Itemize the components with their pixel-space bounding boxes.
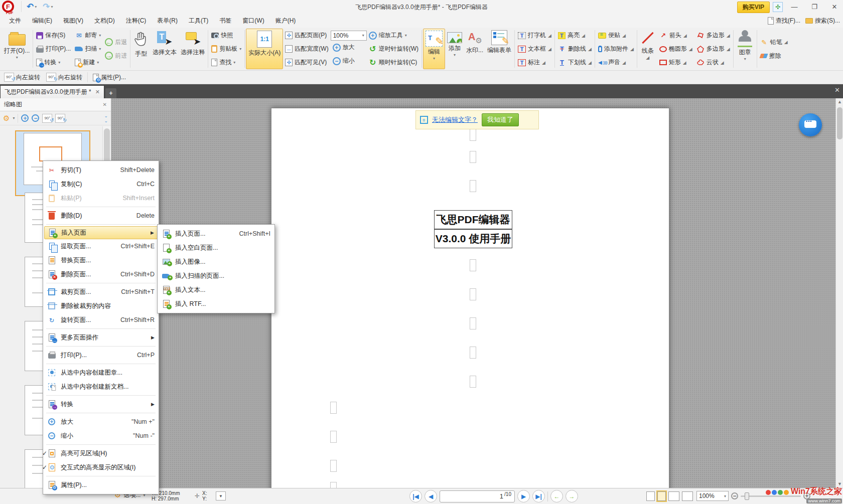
menu-item-rotate-pages[interactable]: ↻ 旋转页面...Ctrl+Shift+R	[43, 313, 159, 327]
menu-document[interactable]: 文档(D)	[89, 15, 120, 27]
menu-item-remove-cropped[interactable]: 删除被裁剪的内容	[43, 299, 159, 313]
edit-form-button[interactable]: 编辑表单	[485, 29, 513, 69]
back-button[interactable]: ←后退	[103, 36, 129, 49]
continuous-scroll-icon[interactable]	[657, 491, 666, 501]
scroll-up-icon[interactable]: ▲	[836, 98, 843, 106]
polygon-tool-button[interactable]: 多边形◢	[694, 43, 732, 56]
note-button[interactable]: 便贴◢	[596, 29, 636, 42]
submenu-item-insert-blank[interactable]: + 插入空白页面...	[158, 241, 274, 255]
rectangle-tool-button[interactable]: 矩形◢	[657, 56, 694, 69]
clipboard-button[interactable]: 剪贴板▾	[209, 43, 243, 56]
menu-item-copy[interactable]: 复制(C)Ctrl+C	[43, 177, 159, 191]
doc-title-line1[interactable]: 飞思PDF编辑器	[434, 210, 512, 229]
add-content-button[interactable]: + 添加 ▾	[445, 29, 464, 69]
zoom-in-button[interactable]: +放大	[331, 41, 367, 54]
rotate-cw-button[interactable]: ↻顺时针旋转(C)	[367, 56, 420, 69]
zoom-level-combobox[interactable]: 100%▾	[331, 31, 367, 41]
snapshot-button[interactable]: 快照	[209, 29, 243, 42]
next-page-button[interactable]: ▶	[517, 490, 530, 502]
single-page-icon[interactable]	[646, 491, 655, 501]
zoom-out-slider-icon[interactable]: −	[731, 492, 738, 499]
status-dropdown[interactable]: ▼	[216, 491, 226, 500]
new-button[interactable]: ✱新建▾	[73, 56, 103, 69]
rotate-ccw-button[interactable]: ↺逆时针旋转(W)	[367, 43, 420, 56]
menu-item-extract-pages[interactable]: 提取页面...Ctrl+Shift+E	[43, 239, 159, 253]
chat-support-icon[interactable]	[799, 113, 822, 136]
minimize-button[interactable]: —	[786, 1, 803, 13]
buy-vip-button[interactable]: 购买VIP	[737, 2, 770, 13]
two-page-scroll-icon[interactable]	[682, 491, 693, 501]
first-page-button[interactable]: |◀	[409, 490, 422, 502]
stamp-button[interactable]: 图章 ▾	[735, 29, 756, 69]
line-tool-button[interactable]: 线条 ◢	[638, 29, 657, 69]
menu-item-insert-pages[interactable]: + 插入页面▶	[44, 226, 158, 239]
ellipse-tool-button[interactable]: 椭圆形◢	[657, 43, 694, 56]
callout-button[interactable]: T标注◢	[516, 56, 553, 69]
document-scrollbar[interactable]: ▲ ▼	[835, 98, 843, 488]
attachment-button[interactable]: 添加附件◢	[596, 43, 636, 56]
typewriter-button[interactable]: T打字机◢	[516, 29, 553, 42]
zoom-percent-combobox[interactable]: 100%▾	[696, 491, 729, 501]
submenu-item-insert-text[interactable]: TXT+ 插入文本...	[158, 283, 274, 297]
hand-tool-button[interactable]: 手型	[131, 29, 151, 69]
menu-edit[interactable]: 编辑(E)	[27, 15, 57, 27]
open-button[interactable]: 打开(O)... ▾	[2, 29, 32, 69]
tabbar-close-icon[interactable]: ✕	[834, 86, 840, 94]
menu-item-highlight-visible[interactable]: ✓ 高亮可见区域(H)	[43, 446, 159, 460]
thumb-rotate-left-icon[interactable]: 90°	[42, 114, 52, 123]
rotate-left-button[interactable]: 90°向左旋转	[2, 71, 42, 84]
submenu-item-insert-image[interactable]: + 插入图像...	[158, 255, 274, 269]
underline-button[interactable]: T下划线◢	[556, 56, 594, 69]
prev-page-button[interactable]: ◀	[425, 490, 437, 502]
two-page-icon[interactable]	[668, 491, 679, 501]
zoom-out-button[interactable]: −缩小	[331, 55, 367, 68]
menu-item-replace-pages[interactable]: 替换页面...	[43, 253, 159, 267]
pdf-page[interactable]: 飞思PDF编辑器 V3.0.0 使用手册	[271, 108, 669, 488]
fit-page-button[interactable]: ✣匹配页面(P)	[283, 29, 330, 42]
find-button[interactable]: 查找(F)...	[768, 17, 800, 25]
scan-button[interactable]: 扫描▾	[73, 43, 103, 56]
menu-item-print[interactable]: 打印(P)...Ctrl+P	[43, 348, 159, 362]
close-button[interactable]: ✕	[826, 1, 843, 13]
menu-item-create-doc[interactable]: 从选中内容创建新文档...	[43, 380, 159, 394]
properties-button[interactable]: ⚙属性(P)...	[91, 71, 128, 84]
watermark-button[interactable]: A⚙ 水印...	[464, 29, 485, 69]
menu-item-interactive-highlight[interactable]: ✓ 交互式的高亮显示的区域(I)	[43, 460, 159, 474]
fit-width-button[interactable]: ↔匹配宽度(W)	[283, 43, 330, 56]
actual-size-button[interactable]: 1:1 实际大小(A)	[246, 29, 283, 69]
rotate-right-button[interactable]: 90°向右旋转	[44, 71, 84, 84]
doc-title-line2[interactable]: V3.0.0 使用手册	[434, 229, 512, 248]
menu-comment[interactable]: 注释(C)	[121, 15, 152, 27]
menu-tools[interactable]: 工具(T)	[184, 15, 213, 27]
polygon-line-tool-button[interactable]: 多边形◢	[694, 29, 732, 42]
document-tab[interactable]: 飞思PDF编辑器v3.0.0使用手册 * ✕	[0, 85, 104, 98]
got-it-button[interactable]: 我知道了	[482, 113, 519, 126]
cannot-edit-text-link[interactable]: 无法编辑文字？	[432, 115, 478, 124]
prev-view-button[interactable]: ←	[550, 490, 563, 502]
save-button[interactable]: 保存(S)	[34, 29, 73, 42]
submenu-item-insert-rtf[interactable]: + 插入 RTF...	[158, 297, 274, 311]
cloud-tool-button[interactable]: 云状◢	[694, 56, 732, 69]
thumb-zoom-in-icon[interactable]: +	[21, 114, 29, 122]
menu-item-properties[interactable]: ⚙ 属性(P)...	[43, 478, 159, 492]
submenu-item-insert-scanned[interactable]: + 插入扫描的页面...	[158, 269, 274, 283]
thumb-zoom-out-icon[interactable]: −	[32, 114, 39, 122]
page-number-input[interactable]: 1/10	[440, 490, 515, 502]
convert-button[interactable]: →转换▾	[34, 56, 73, 69]
select-text-button[interactable]: T➤ 选择文本	[151, 29, 179, 69]
menu-account[interactable]: 账户(H)	[270, 15, 301, 27]
menu-item-cut[interactable]: ✂ 剪切(T)Shift+Delete	[43, 163, 159, 177]
menu-item-more-page-ops[interactable]: … 更多页面操作▶	[43, 330, 159, 345]
menu-item-zoom-out[interactable]: − 缩小"Num -"	[43, 429, 159, 443]
highlight-button[interactable]: T高亮◢	[556, 29, 594, 42]
restore-button[interactable]: ❐	[806, 1, 823, 13]
edit-content-button[interactable]: 编辑 ▾	[423, 29, 445, 69]
fit-visible-button[interactable]: ✣匹配可见(V)	[283, 56, 330, 69]
print-button[interactable]: 打印(P)...	[34, 43, 73, 56]
fullscreen-icon[interactable]: ✣	[773, 2, 783, 12]
pencil-button[interactable]: ✎铅笔◢	[758, 36, 790, 49]
menu-item-create-stamp[interactable]: 从选中内容创建图章...	[43, 366, 159, 380]
find-tool-button[interactable]: 查找▾	[209, 56, 243, 69]
eraser-button[interactable]: 擦除	[758, 49, 790, 62]
tab-close-icon[interactable]: ✕	[95, 89, 100, 95]
